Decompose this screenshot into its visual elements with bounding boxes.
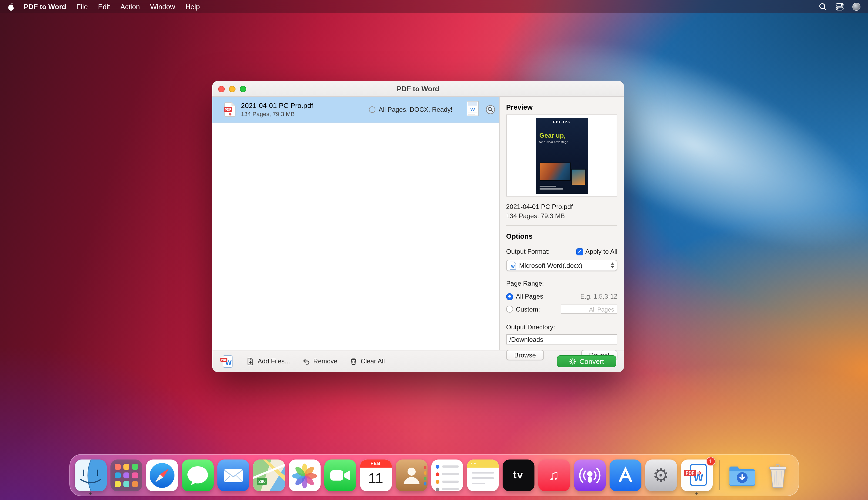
all-pages-radio[interactable] bbox=[506, 293, 513, 300]
word-doc-thumbnail: W bbox=[467, 101, 478, 118]
menu-item-file[interactable]: File bbox=[77, 2, 88, 11]
menu-extra-icon[interactable] bbox=[852, 2, 860, 11]
dock-music-icon[interactable] bbox=[538, 459, 570, 491]
custom-label: Custom: bbox=[516, 305, 540, 313]
add-files-button[interactable]: Add Files... bbox=[246, 357, 290, 365]
clear-all-label: Clear All bbox=[361, 357, 385, 365]
add-files-label: Add Files... bbox=[258, 357, 290, 365]
window-title: PDF to Word bbox=[397, 84, 439, 93]
remove-label: Remove bbox=[313, 357, 337, 365]
output-directory-input[interactable] bbox=[506, 334, 617, 344]
dock-facetime-icon[interactable] bbox=[324, 459, 356, 491]
cover-brand: PHILIPS bbox=[536, 120, 588, 123]
spotlight-search-icon[interactable] bbox=[819, 2, 827, 11]
file-list: PDF 2021-04-01 PC Pro.pdf 134 Pages, 79.… bbox=[212, 96, 500, 350]
dock-reminders-icon[interactable] bbox=[431, 459, 463, 491]
custom-range-input[interactable] bbox=[561, 305, 617, 314]
apply-to-all-checkbox[interactable] bbox=[576, 248, 583, 255]
word-thumb-letter: W bbox=[471, 107, 475, 112]
menu-item-action[interactable]: Action bbox=[121, 2, 140, 11]
cover-monitor-image-2 bbox=[571, 169, 585, 185]
output-format-select[interactable]: W Microsoft Word(.docx) bbox=[506, 260, 617, 271]
remove-button[interactable]: Remove bbox=[302, 357, 337, 365]
cover-monitor-image bbox=[539, 162, 571, 181]
dock-photos-icon[interactable] bbox=[289, 459, 320, 491]
gear-icon bbox=[653, 466, 669, 484]
apple-menu-icon[interactable] bbox=[8, 2, 14, 11]
running-indicator bbox=[696, 492, 698, 494]
quicklook-magnifier-button[interactable] bbox=[486, 104, 495, 114]
zoom-window-button[interactable] bbox=[240, 86, 246, 92]
menubar-app-name[interactable]: PDF to Word bbox=[24, 2, 66, 11]
options-sidebar: Preview PHILIPS Gear up, for a clear adv… bbox=[500, 96, 624, 350]
dock-messages-icon[interactable] bbox=[181, 459, 213, 491]
music-note-icon bbox=[549, 467, 560, 484]
dock-system-preferences-icon[interactable] bbox=[645, 459, 677, 491]
dock-maps-icon[interactable]: 280 bbox=[253, 459, 285, 491]
desktop: PDF to Word File Edit Action Window Help… bbox=[0, 0, 868, 500]
remove-icon bbox=[302, 357, 310, 365]
options-label: Options bbox=[506, 232, 617, 240]
convert-button[interactable]: Convert bbox=[557, 355, 616, 367]
status-text: All Pages, DOCX, Ready! bbox=[379, 105, 452, 113]
dock-notes-icon[interactable] bbox=[467, 459, 498, 491]
minimize-button[interactable] bbox=[229, 86, 236, 92]
file-status: All Pages, DOCX, Ready! bbox=[369, 105, 452, 113]
clear-all-button[interactable]: Clear All bbox=[349, 357, 385, 365]
menu-item-help[interactable]: Help bbox=[185, 2, 200, 11]
pdf-icon-label: PDF bbox=[225, 108, 231, 112]
calendar-day: 11 bbox=[360, 466, 392, 491]
app-logo-icon: W PDF bbox=[220, 354, 234, 368]
dock-app-store-icon[interactable] bbox=[609, 459, 641, 491]
window-titlebar[interactable]: PDF to Word bbox=[212, 81, 624, 96]
pdf-file-icon: PDF bbox=[224, 102, 236, 117]
select-stepper-icon bbox=[609, 263, 614, 268]
logo-pdf-letters: PDF bbox=[221, 358, 227, 361]
page-range-label: Page Range: bbox=[506, 280, 617, 287]
dock-downloads-folder-icon[interactable] bbox=[726, 459, 758, 491]
word-file-icon: W bbox=[509, 261, 516, 270]
running-indicator bbox=[89, 492, 92, 494]
dock-safari-icon[interactable] bbox=[146, 459, 178, 491]
apply-to-all-label: Apply to All bbox=[585, 248, 617, 255]
sidebar-file-meta: 134 Pages, 79.3 MB bbox=[506, 212, 617, 220]
file-info: 2021-04-01 PC Pro.pdf 134 Pages, 79.3 MB bbox=[241, 102, 369, 117]
dock-mail-icon[interactable] bbox=[217, 459, 249, 491]
dock-tv-icon[interactable]: tv bbox=[502, 459, 534, 491]
dock-calendar-icon[interactable]: FEB 11 bbox=[360, 459, 392, 491]
maps-route-badge: 280 bbox=[258, 479, 266, 484]
dock-launchpad-icon[interactable] bbox=[110, 459, 142, 491]
preview-thumbnail: PHILIPS Gear up, for a clear advantage bbox=[506, 114, 617, 196]
dock-trash-icon[interactable] bbox=[762, 459, 793, 491]
file-row[interactable]: PDF 2021-04-01 PC Pro.pdf 134 Pages, 79.… bbox=[212, 96, 499, 123]
file-name: 2021-04-01 PC Pro.pdf bbox=[241, 102, 369, 110]
dock-finder-icon[interactable] bbox=[75, 459, 106, 491]
cover-text-line-2 bbox=[539, 185, 555, 186]
range-example-hint: E.g. 1,5,3-12 bbox=[580, 293, 617, 300]
dock-podcasts-icon[interactable] bbox=[574, 459, 606, 491]
output-directory-label: Output Directory: bbox=[506, 323, 617, 331]
output-format-label: Output Format: bbox=[506, 248, 550, 255]
control-center-icon[interactable] bbox=[836, 2, 844, 11]
dock-contacts-icon[interactable] bbox=[395, 459, 427, 491]
add-file-icon bbox=[246, 357, 255, 365]
format-value: Microsoft Word(.docx) bbox=[519, 262, 607, 269]
dock-pdf-to-word-icon[interactable]: W PDF 1 bbox=[680, 459, 712, 491]
sidebar-divider bbox=[506, 225, 617, 226]
browse-button[interactable]: Browse bbox=[506, 350, 544, 360]
dock: 280 bbox=[69, 454, 799, 496]
menu-item-edit[interactable]: Edit bbox=[98, 2, 110, 11]
all-pages-label: All Pages bbox=[516, 293, 543, 300]
convert-label: Convert bbox=[579, 357, 604, 365]
close-button[interactable] bbox=[218, 86, 225, 92]
apply-to-all-control[interactable]: Apply to All bbox=[576, 248, 617, 255]
dock-separator bbox=[719, 460, 720, 490]
trash-icon bbox=[349, 357, 357, 365]
notification-badge: 1 bbox=[706, 456, 715, 466]
word-icon-letter: W bbox=[511, 264, 515, 268]
menu-bar: PDF to Word File Edit Action Window Help bbox=[0, 0, 868, 13]
custom-range-radio[interactable] bbox=[506, 306, 513, 312]
tv-label: tv bbox=[513, 469, 523, 481]
dock-pdf-letters: PDF bbox=[685, 470, 694, 475]
menu-item-window[interactable]: Window bbox=[150, 2, 175, 11]
